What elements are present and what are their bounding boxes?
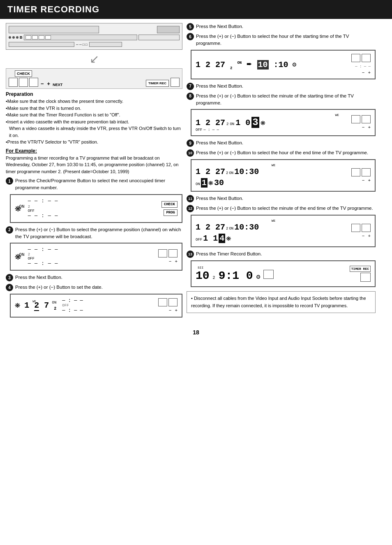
lcd-btn-a-step4: [158, 298, 167, 306]
step-2-text: Press the (+) or (−) Button to select th…: [15, 226, 182, 241]
lcd-s12-end1: 1 1: [203, 234, 218, 243]
step-2: 2 Press the (+) or (−) Button to select …: [6, 226, 182, 241]
on-label-s6: ON: [237, 61, 242, 65]
lcd-plus-step2: +: [175, 259, 178, 264]
sil-label-s13: SII: [198, 266, 350, 269]
lcd-minus-step6: −: [362, 70, 365, 75]
btn-square1[interactable]: [9, 78, 18, 87]
vcr-button-strip: [24, 35, 138, 40]
gear-s6: ⚙: [293, 60, 297, 69]
lcd-step10-row1: 1 2 27 2 ON 10:30: [196, 167, 351, 176]
lcd-s6-gear-area: ⚙: [293, 60, 297, 69]
lcd-btn-b-step2: [168, 249, 178, 257]
lcd-step1-content: ❋ ON ─ ─ : ─ ─ 2 OFF ─ ─ : ─ ─: [15, 198, 161, 219]
lcd-s10-on2: ON: [196, 182, 200, 186]
lcd-display-step1: ❋ ON ─ ─ : ─ ─ 2 OFF ─ ─ : ─ ─ CHECK PRO…: [10, 194, 182, 223]
vcr-track-bar: [9, 42, 74, 47]
vcr-screen: [9, 26, 99, 33]
lcd-step4-right-dashes: ─ : ─ ─ OFF ─ : ─ ─: [62, 298, 83, 313]
on-label-step2: ON: [19, 252, 24, 257]
lcd-step6-main: 1 2 27 2 ON ➨ 10 :10: [196, 59, 288, 70]
step-3: 3 Press the Next Button.: [6, 274, 182, 281]
off-s8: OFF: [196, 128, 202, 132]
btn-square2[interactable]: [19, 78, 28, 87]
step-1-text: Press the Check/Programme Button to sele…: [15, 177, 182, 192]
lcd-step2-dash1: ─ ─ : ─ ─: [28, 247, 58, 253]
lcd-step2-content: ❋ ON ─ ─ : ─ ─ 2 OFF ─ ─ : ─ ─: [15, 247, 158, 267]
lcd-s8-highlight: 3: [251, 117, 259, 128]
vcr-tiny-btn2[interactable]: [32, 35, 38, 39]
lcd-dash-label: 2: [28, 205, 58, 209]
on-label-step1: ON: [19, 204, 24, 209]
step-6: 6 Press the (+) or (−) Button to select …: [187, 33, 376, 47]
lcd-s13-prog: 10: [196, 269, 210, 282]
gear-icon-step4: ❋: [15, 300, 20, 311]
lcd-step6-content: 1 2 27 2 ON ➨ 10 :10 ⚙: [196, 59, 351, 70]
lcd-minus-step8: −: [362, 125, 365, 130]
step-13-text: Press the Timer Record Button.: [196, 250, 376, 257]
prep-bullet4: •Insert a video cassette with the erasur…: [6, 118, 182, 125]
lcd-step8-row: 1 2 27 2 ON 1 0 3 ❋: [196, 117, 351, 128]
next-label[interactable]: NEXT: [53, 83, 62, 87]
for-example-heading: For Example:: [6, 148, 182, 154]
lcd-s13-btn: [263, 270, 274, 279]
lcd-btn-a-step2: [158, 249, 167, 257]
step-10: 10 Press the (+) or (−) Button to select…: [187, 149, 376, 157]
lcd-step8-right: − +: [351, 115, 371, 130]
lcd-s12-time: 10:30: [234, 223, 259, 232]
step-8: 8 Press the (+) or (−) Button to select …: [187, 93, 376, 107]
lcd-display-step12: WE 1 2 27 2 ON 10:30 OFF 1 1 4 ❋: [191, 215, 376, 247]
plus-symbol[interactable]: +: [46, 81, 51, 87]
lcd-step1-right: CHECK PROG: [161, 201, 178, 216]
lcd-step12-row1: 1 2 27 2 ON 10:30: [196, 223, 351, 232]
lcd-btn-b-step8: [362, 115, 371, 123]
lcd-step2-right: − +: [158, 249, 178, 264]
lcd-minus-step10: −: [362, 178, 365, 183]
lcd-s6-highlight: 10: [257, 60, 269, 70]
step-3-number: 3: [6, 274, 13, 281]
step-2-number: 2: [6, 226, 13, 234]
vcr-tiny-btn4[interactable]: [45, 35, 51, 39]
off-label-step1: OFF: [28, 209, 58, 213]
step-11: 11 Press the Next Button.: [187, 195, 376, 202]
prep-bullet5: When a video cassette is already inside …: [9, 125, 182, 139]
check-label[interactable]: CHECK: [15, 70, 32, 77]
lcd-step1-gear: ❋ ON: [15, 203, 21, 214]
lcd-step10-content: WE 1 2 27 2 ON 10:30 ON 1 ❋ 30: [196, 163, 351, 188]
lcd-step2-gear: ❋ ON: [15, 251, 21, 262]
lcd-plus-step6: +: [368, 70, 371, 75]
preparation-section: Preparation •Make sure that the clock sh…: [6, 91, 182, 146]
lcd-step2-dashes: ─ ─ : ─ ─ 2 OFF ─ ─ : ─ ─: [28, 247, 58, 267]
lcd-step4-num3: 7: [44, 301, 49, 310]
step-11-number: 11: [187, 195, 194, 202]
step-1-number: 1: [6, 177, 13, 185]
we-label-s8: WE: [196, 113, 351, 117]
vcr-tiny-btn1[interactable]: [25, 35, 31, 39]
lcd-s6-sub: 2: [230, 66, 232, 70]
vcr-indicator: ─ ─ □ □: [76, 43, 88, 46]
lcd-s6-rest: :10: [274, 60, 288, 70]
lcd-s12-sub: 2: [226, 227, 228, 231]
lcd-display-step8: WE 1 2 27 2 ON 1 0 3 ❋ OFF ─ : ─ ─: [191, 109, 376, 136]
step-7-text: Press the Next Button.: [196, 83, 376, 90]
btn-square3[interactable]: [29, 78, 38, 87]
minus-symbol[interactable]: −: [40, 81, 45, 87]
lcd-step1-dashes: ─ ─ : ─ ─ 2 OFF ─ ─ : ─ ─: [28, 198, 58, 219]
lcd-s12-highlight: 4: [219, 234, 225, 243]
off-label-step4: OFF: [62, 304, 83, 308]
page-number: 18: [0, 325, 392, 340]
we-label-step4: WE: [32, 300, 36, 303]
lcd-s8-bottom: OFF ─ : ─ ─: [196, 128, 351, 132]
lcd-s10-gear: ❋: [208, 177, 213, 188]
lcd-btn-a-step8: [351, 115, 360, 123]
timer-rec-button[interactable]: TIMER REC: [146, 80, 169, 87]
vcr-tiny-btn3[interactable]: [39, 35, 44, 39]
lcd-pm-step6: − +: [362, 70, 371, 75]
lcd-s10-sub: 2: [226, 171, 228, 175]
lcd-step10-row2: ON 1 ❋ 30: [196, 177, 351, 188]
lcd-s12-main: 1 2 27: [196, 223, 225, 232]
lcd-step2-sub: 2: [28, 253, 58, 257]
lcd-s13-sub: 2: [213, 276, 215, 280]
lcd-step12-content: WE 1 2 27 2 ON 10:30 OFF 1 1 4 ❋: [196, 219, 351, 243]
step-6-number: 6: [187, 33, 194, 40]
